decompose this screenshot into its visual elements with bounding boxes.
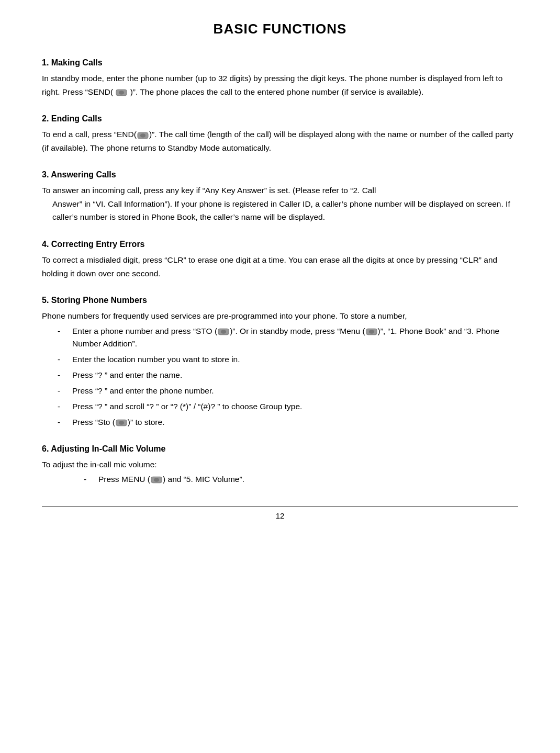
list-item-text: Press “? ” and enter the name. [72,369,182,381]
list-dash: - [58,385,68,397]
menu-icon-1 [366,327,377,335]
page-footer: 12 [42,507,518,520]
section-body-storing-numbers: Phone numbers for frequently used servic… [42,309,518,429]
list-item-text: Enter a phone number and press “STO ( )”… [72,325,518,350]
section-making-calls: 1. Making Calls In standby mode, enter t… [42,58,518,98]
section-heading-ending-calls: 2. Ending Calls [42,114,518,123]
list-dash: - [58,400,68,413]
sto-icon-2 [116,418,127,426]
storing-numbers-list: - Enter a phone number and press “STO ( … [58,325,518,429]
answering-indent: Answer” in “VI. Call Information”). If y… [52,197,518,224]
list-dash: - [58,325,68,338]
menu-icon-2 [151,475,162,484]
list-item-text: Enter the location number you want to st… [72,353,240,366]
svg-point-11 [154,478,159,482]
list-dash: - [58,369,68,381]
svg-point-9 [119,421,124,425]
list-dash: - [58,353,68,366]
page-title: BASIC FUNCTIONS [42,21,518,37]
list-item: - Press “? ” and enter the name. [58,369,518,381]
section-ending-calls: 2. Ending Calls To end a call, press “EN… [42,114,518,154]
list-item: - Enter the location number you want to … [58,353,518,366]
list-item-text: Press MENU ( ) and “5. MIC Volume”. [98,473,244,486]
section-heading-correcting-errors: 4. Correcting Entry Errors [42,240,518,249]
svg-point-3 [140,133,145,138]
section-body-correcting-errors: To correct a misdialed digit, press “CLR… [42,253,518,280]
list-item: - Enter a phone number and press “STO ( … [58,325,518,350]
svg-point-5 [221,330,226,334]
list-item-text: Press “? ” and enter the phone number. [72,385,214,397]
section-heading-storing-numbers: 5. Storing Phone Numbers [42,296,518,305]
list-item: - Press MENU ( ) and “5. MIC Volume”. [84,473,518,486]
svg-point-7 [368,330,374,334]
section-storing-numbers: 5. Storing Phone Numbers Phone numbers f… [42,296,518,429]
page-number: 12 [276,511,285,520]
send-icon [116,87,127,96]
mic-volume-list: - Press MENU ( ) and “5. MIC Volume”. [84,473,518,486]
svg-point-1 [119,91,124,95]
list-item: - Press “? ” and enter the phone number. [58,385,518,397]
section-correcting-errors: 4. Correcting Entry Errors To correct a … [42,240,518,280]
section-heading-answering-calls: 3. Answering Calls [42,170,518,179]
list-dash: - [58,416,68,429]
list-item: - Press “? ” and scroll “? ” or “? (*)” … [58,400,518,413]
section-body-answering-calls: To answer an incoming call, press any ke… [42,184,518,224]
end-icon [137,130,149,139]
list-item: - Press “Sto ( )” to store. [58,416,518,429]
sto-icon [218,327,229,335]
section-mic-volume: 6. Adjusting In-Call Mic Volume To adjus… [42,444,518,486]
section-heading-mic-volume: 6. Adjusting In-Call Mic Volume [42,444,518,454]
section-body-mic-volume: To adjust the in-call mic volume: - Pres… [42,458,518,486]
section-body-ending-calls: To end a call, press “END( )”. The call … [42,128,518,154]
section-heading-making-calls: 1. Making Calls [42,58,518,68]
section-body-making-calls: In standby mode, enter the phone number … [42,72,518,98]
list-item-text: Press “Sto ( )” to store. [72,416,164,429]
section-answering-calls: 3. Answering Calls To answer an incoming… [42,170,518,224]
list-item-text: Press “? ” and scroll “? ” or “? (*)” / … [72,400,302,413]
list-dash: - [84,473,94,486]
